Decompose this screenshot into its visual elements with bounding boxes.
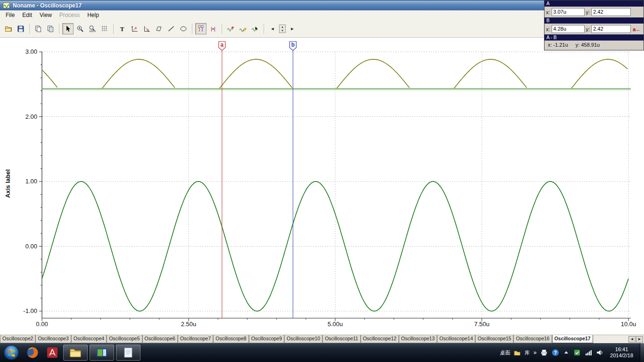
tab-oscilloscope12[interactable]: Oscilloscope12 [361, 335, 399, 343]
menu-edit[interactable]: Edit [18, 11, 36, 19]
svg-text:b: b [291, 41, 295, 48]
paste-button[interactable] [45, 23, 56, 34]
spin-down-icon[interactable]: ▼ [280, 29, 285, 33]
svg-text:7.50u: 7.50u [474, 321, 490, 328]
scale-y-tool-button[interactable] [129, 23, 140, 34]
y-label: y: [586, 9, 590, 15]
tab-oscilloscope3[interactable]: Oscilloscope3 [35, 335, 71, 343]
windows-orb-icon [3, 345, 19, 361]
taskbar-app-button[interactable] [90, 345, 114, 361]
taskbar-adobe-reader-button[interactable] [42, 344, 62, 361]
security-tray-icon[interactable] [573, 349, 581, 356]
prev-page-button[interactable]: ◄ [267, 23, 278, 34]
cursor-diff-x-value: x: -1.21u [548, 42, 568, 48]
tab-oscilloscope7[interactable]: Oscilloscope7 [178, 335, 213, 343]
clock-time: 16:41 [610, 346, 633, 353]
text-tool-icon: T [118, 25, 126, 33]
desktop-toolbar-label[interactable]: 桌面 [500, 349, 510, 356]
text-tool-button[interactable]: T [116, 23, 128, 34]
taskbar-firefox-button[interactable] [23, 344, 42, 361]
taskbar: 桌面 库 » ? 16:4 [0, 343, 644, 362]
add-wave-button[interactable] [225, 23, 236, 34]
next-page-button[interactable]: ► [287, 23, 298, 34]
open-button[interactable] [3, 23, 14, 34]
tab-oscilloscope17[interactable]: Oscilloscope17 [552, 335, 593, 343]
zoom-in-button[interactable] [74, 23, 86, 34]
wave-plus-icon [227, 25, 234, 33]
tab-oscilloscope13[interactable]: Oscilloscope13 [399, 335, 437, 343]
clock-date: 2014/2/18 [610, 353, 633, 359]
svg-text:2.00: 2.00 [25, 113, 37, 120]
tab-oscilloscope4[interactable]: Oscilloscope4 [71, 335, 107, 343]
scale-x-tool-button[interactable] [141, 23, 152, 34]
toolbar-chevron[interactable]: » [533, 349, 537, 356]
svg-text:5.00u: 5.00u [328, 321, 343, 328]
tab-oscilloscope2[interactable]: Oscilloscope2 [0, 335, 35, 343]
svg-text:100%: 100% [89, 30, 96, 33]
svg-text:3.00: 3.00 [25, 48, 37, 55]
svg-text:10.0u: 10.0u [621, 321, 636, 328]
toolbar-separator [192, 24, 192, 34]
tab-oscilloscope9[interactable]: Oscilloscope9 [249, 335, 284, 343]
oscilloscope-plot[interactable]: 3.002.001.000.00-1.000.002.50u5.00u7.50u… [0, 38, 644, 335]
line-tool-button[interactable] [165, 23, 177, 34]
copy-icon [34, 25, 42, 33]
tab-oscilloscope10[interactable]: Oscilloscope10 [284, 335, 322, 343]
page-spinner[interactable]: ▲▼ [279, 25, 286, 33]
menu-view[interactable]: View [36, 11, 56, 19]
polygon-tool-button[interactable] [153, 23, 165, 34]
spin-up-icon[interactable]: ▲ [280, 25, 285, 29]
tab-oscilloscope14[interactable]: Oscilloscope14 [437, 335, 475, 343]
cursor-b-row: x: 4.28u y: 2.42 a← [545, 24, 644, 34]
tab-oscilloscope16[interactable]: Oscilloscope16 [513, 335, 552, 343]
show-hidden-icons-arrow[interactable] [563, 349, 570, 356]
library-toolbar-label[interactable]: 库 [524, 349, 529, 356]
taskbar-explorer-button[interactable] [63, 345, 88, 361]
tab-oscilloscope11[interactable]: Oscilloscope11 [322, 335, 360, 343]
folder-icon [69, 347, 82, 358]
edit-wave-button[interactable] [237, 23, 248, 34]
start-button[interactable] [2, 344, 20, 362]
tab-oscilloscope6[interactable]: Oscilloscope6 [142, 335, 178, 343]
menu-file[interactable]: File [2, 11, 18, 19]
taskbar-notepad-button[interactable] [116, 345, 140, 361]
tab-oscilloscope15[interactable]: Oscilloscope15 [475, 335, 513, 343]
save-button[interactable] [15, 23, 26, 34]
svg-text:a: a [221, 41, 224, 48]
copy-button[interactable] [33, 23, 44, 34]
menu-help[interactable]: Help [83, 11, 103, 19]
floppy-icon [17, 25, 25, 33]
cursor-a-x-field[interactable]: 3.07u [552, 8, 585, 16]
cursor-a-row: x: 3.07u y: 2.42 [545, 7, 644, 17]
cursor-b-x-field[interactable]: 4.28u [552, 25, 585, 33]
tab-scroll-right-button[interactable]: ► [636, 336, 643, 343]
cursor-measure-panel[interactable]: A x: 3.07u y: 2.42 B x: 4.28u y: 2.42 a←… [544, 0, 644, 50]
volume-tray-icon[interactable] [596, 349, 603, 356]
open-folder-icon [5, 25, 12, 33]
tab-oscilloscope8[interactable]: Oscilloscope8 [213, 335, 248, 343]
plot-area[interactable]: 3.002.001.000.00-1.000.002.50u5.00u7.50u… [0, 38, 644, 335]
pointer-tool-button[interactable] [62, 23, 74, 34]
zoom-100-button[interactable]: 100% [87, 23, 98, 34]
show-desktop-button[interactable] [640, 343, 644, 362]
tab-scroll-left-button[interactable]: ◄ [628, 336, 636, 343]
zoom-in-icon [76, 25, 84, 33]
zoom-100-icon: 100% [89, 25, 96, 33]
taskbar-clock[interactable]: 16:41 2014/2/18 [607, 346, 636, 359]
cursors-clear-button[interactable] [207, 23, 219, 34]
cursor-b-y-field[interactable]: 2.42 [591, 25, 631, 33]
help-tray-icon[interactable]: ? [552, 349, 559, 356]
scale-y-icon [131, 25, 138, 33]
printer-tray-icon[interactable] [540, 349, 548, 356]
ellipse-tool-button[interactable] [178, 23, 189, 34]
network-tray-icon[interactable] [585, 349, 592, 356]
tab-strip: Oscilloscope2Oscilloscope3Oscilloscope4O… [0, 335, 627, 343]
pick-wave-button[interactable] [249, 23, 261, 34]
cursors-ab-button[interactable] [195, 23, 206, 34]
grid-toggle-button[interactable] [99, 23, 110, 34]
goto-cursor-a-button[interactable]: a← [633, 26, 641, 32]
x-label: x: [546, 9, 550, 15]
cursor-a-y-field[interactable]: 2.42 [591, 8, 631, 16]
tab-oscilloscope5[interactable]: Oscilloscope5 [107, 335, 142, 343]
cursor-diff-y-value: y: 458.91u [576, 42, 600, 48]
